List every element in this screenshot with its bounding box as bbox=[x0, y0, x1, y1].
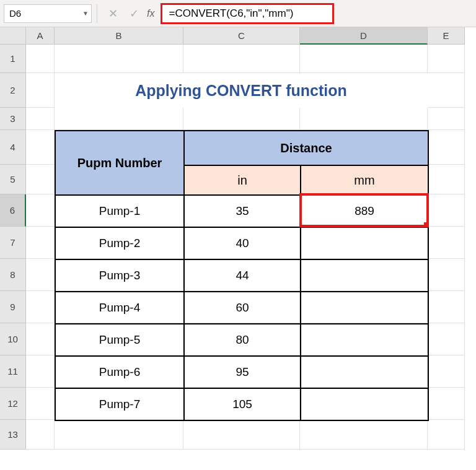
cell-pump[interactable]: Pump-7 bbox=[55, 388, 184, 420]
check-icon[interactable]: ✓ bbox=[123, 4, 144, 23]
cell-pump[interactable]: Pump-1 bbox=[55, 195, 184, 227]
data-table: Pupm Number Distance in mm Pump-1 35 889… bbox=[55, 130, 429, 421]
cell-in[interactable]: 44 bbox=[184, 259, 301, 292]
row-header-10[interactable]: 10 bbox=[0, 323, 26, 355]
fx-icon[interactable]: fx bbox=[147, 8, 154, 19]
cell-pump[interactable]: Pump-4 bbox=[55, 292, 184, 324]
cell-in[interactable]: 40 bbox=[184, 227, 301, 259]
cell-mm[interactable] bbox=[301, 388, 428, 420]
formula-bar: D6 ▼ ✕ ✓ fx =CONVERT(C6,"in","mm") bbox=[0, 0, 476, 27]
table-row: Pump-3 44 bbox=[55, 259, 428, 292]
cell-mm-selected[interactable]: 889 bbox=[301, 195, 428, 227]
header-pump: Pupm Number bbox=[55, 131, 184, 195]
page-title: Applying CONVERT function bbox=[55, 73, 428, 108]
header-mm: mm bbox=[301, 165, 428, 195]
divider bbox=[97, 4, 97, 23]
col-header-E[interactable]: E bbox=[428, 27, 465, 45]
cell-mm[interactable] bbox=[301, 259, 428, 292]
column-headers: A B C D E bbox=[26, 27, 476, 45]
cell-in[interactable]: 105 bbox=[184, 388, 301, 420]
cell-in[interactable]: 95 bbox=[184, 356, 301, 388]
cell-in[interactable]: 35 bbox=[184, 195, 301, 227]
col-header-A[interactable]: A bbox=[26, 27, 55, 45]
name-box-value: D6 bbox=[9, 8, 21, 19]
col-header-B[interactable]: B bbox=[55, 27, 183, 45]
cell-pump[interactable]: Pump-6 bbox=[55, 356, 184, 388]
cell-in[interactable]: 60 bbox=[184, 292, 301, 324]
row-header-6[interactable]: 6 bbox=[0, 194, 26, 227]
cell-pump[interactable]: Pump-2 bbox=[55, 227, 184, 259]
formula-input[interactable]: =CONVERT(C6,"in","mm") bbox=[161, 3, 334, 24]
formula-value: =CONVERT(C6,"in","mm") bbox=[169, 7, 293, 20]
col-header-D[interactable]: D bbox=[300, 27, 428, 45]
row-header-13[interactable]: 13 bbox=[0, 420, 26, 450]
row-header-5[interactable]: 5 bbox=[0, 165, 26, 194]
cell-in[interactable]: 80 bbox=[184, 324, 301, 356]
row-header-9[interactable]: 9 bbox=[0, 291, 26, 323]
table-row: Pump-4 60 bbox=[55, 292, 428, 324]
cell-mm[interactable] bbox=[301, 324, 428, 356]
row-header-7[interactable]: 7 bbox=[0, 227, 26, 259]
row-header-8[interactable]: 8 bbox=[0, 259, 26, 291]
cells-area[interactable]: Applying CONVERT function Pupm Number Di… bbox=[26, 45, 465, 450]
table-row: Pump-2 40 bbox=[55, 227, 428, 259]
col-header-C[interactable]: C bbox=[183, 27, 300, 45]
cancel-icon[interactable]: ✕ bbox=[102, 4, 123, 23]
header-distance: Distance bbox=[184, 131, 428, 165]
table-row: Pump-1 35 889 bbox=[55, 195, 428, 227]
row-header-11[interactable]: 11 bbox=[0, 355, 26, 388]
row-header-12[interactable]: 12 bbox=[0, 388, 26, 420]
cell-mm[interactable] bbox=[301, 292, 428, 324]
cell-value: 889 bbox=[355, 204, 374, 218]
row-header-2[interactable]: 2 bbox=[0, 73, 26, 108]
select-all-corner[interactable] bbox=[0, 27, 26, 45]
row-header-4[interactable]: 4 bbox=[0, 130, 26, 165]
cell-pump[interactable]: Pump-5 bbox=[55, 324, 184, 356]
header-in: in bbox=[184, 165, 301, 195]
name-box[interactable]: D6 ▼ bbox=[4, 4, 92, 23]
cell-pump[interactable]: Pump-3 bbox=[55, 259, 184, 292]
row-header-3[interactable]: 3 bbox=[0, 108, 26, 130]
cell-mm[interactable] bbox=[301, 356, 428, 388]
table-row: Pump-6 95 bbox=[55, 356, 428, 388]
chevron-down-icon[interactable]: ▼ bbox=[82, 10, 89, 17]
row-headers: 1 2 3 4 5 6 7 8 9 10 11 12 13 bbox=[0, 45, 26, 450]
table-row: Pump-7 105 bbox=[55, 388, 428, 420]
row-header-1[interactable]: 1 bbox=[0, 45, 26, 73]
cell-mm[interactable] bbox=[301, 227, 428, 259]
table-row: Pump-5 80 bbox=[55, 324, 428, 356]
